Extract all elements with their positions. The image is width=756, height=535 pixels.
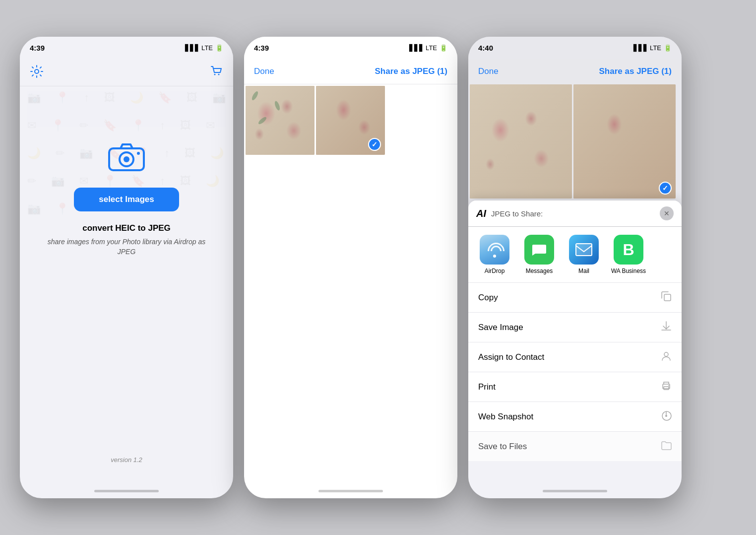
- home-indicator: [94, 490, 159, 492]
- app-messages[interactable]: Messages: [517, 235, 562, 274]
- action-assign-contact[interactable]: Assign to Contact: [468, 342, 682, 372]
- ai-icon: AI: [476, 208, 486, 219]
- home-indicator-3: [543, 490, 607, 492]
- status-icons-3: ▋▋▋ LTE 🔋: [633, 44, 672, 52]
- assign-contact-icon: [661, 350, 672, 364]
- time-3: 4:40: [478, 44, 493, 52]
- photo-picker-header-2: Done Share as JPEG (1): [244, 59, 457, 84]
- copy-label: Copy: [478, 293, 498, 303]
- svg-point-2: [218, 73, 220, 75]
- battery-icon-1: 🔋: [215, 44, 223, 52]
- photo-bg-1: [470, 84, 572, 199]
- copy-icon: [661, 291, 672, 304]
- main-content: select Images convert HEIC to JPEG share…: [20, 136, 233, 257]
- mail-icon: [569, 235, 599, 265]
- signal-icon-1: ▋▋▋ LTE: [185, 44, 213, 52]
- selected-check-2: [368, 138, 381, 151]
- home-indicator-2: [318, 490, 383, 492]
- action-save-files[interactable]: Save to Files: [468, 432, 682, 461]
- close-share-sheet-button[interactable]: ✕: [660, 206, 674, 220]
- settings-icon[interactable]: [30, 65, 44, 80]
- selected-check-3: [659, 182, 672, 195]
- select-images-button[interactable]: select Images: [74, 188, 179, 211]
- convert-title: convert HEIC to JPEG: [82, 223, 171, 233]
- screen2: 4:39 ▋▋▋ LTE 🔋 Done Share as JPEG (1): [244, 37, 457, 498]
- status-bar-2: 4:39 ▋▋▋ LTE 🔋: [244, 37, 457, 59]
- svg-point-5: [124, 156, 129, 162]
- svg-rect-7: [576, 244, 592, 256]
- save-image-label: Save Image: [478, 323, 523, 333]
- web-snapshot-label: Web Snapshot: [478, 412, 533, 422]
- share-jpeg-button-2[interactable]: Share as JPEG (1): [375, 67, 447, 76]
- svg-point-1: [214, 73, 216, 75]
- status-icons-1: ▋▋▋ LTE 🔋: [185, 44, 224, 52]
- done-button-3[interactable]: Done: [478, 67, 499, 76]
- web-snapshot-icon: [661, 410, 672, 423]
- photo-picker-header-3: Done Share as JPEG (1): [468, 59, 682, 84]
- save-image-icon: [661, 321, 672, 334]
- svg-point-6: [137, 152, 140, 155]
- print-label: Print: [478, 382, 496, 392]
- print-icon: [661, 380, 672, 394]
- status-bar-1: 4:39 ▋▋▋ LTE 🔋: [20, 37, 233, 59]
- action-web-snapshot[interactable]: Web Snapshot: [468, 402, 682, 432]
- status-icons-2: ▋▋▋ LTE 🔋: [409, 44, 448, 52]
- photo-thumb-2[interactable]: [316, 86, 385, 155]
- app-airdrop[interactable]: AirDrop: [472, 235, 517, 274]
- share-sheet-title: JPEG to Share:: [491, 209, 660, 218]
- cart-icon[interactable]: [209, 65, 223, 80]
- svg-point-10: [664, 352, 668, 356]
- camera-icon: [107, 136, 146, 178]
- status-bar-3: 4:40 ▋▋▋ LTE 🔋: [468, 37, 682, 59]
- wa-icon: B: [614, 235, 643, 265]
- airdrop-label: AirDrop: [485, 268, 505, 274]
- photo-thumb-1[interactable]: [246, 86, 315, 155]
- save-files-label: Save to Files: [478, 442, 527, 452]
- app-mail[interactable]: Mail: [562, 235, 606, 274]
- action-print[interactable]: Print: [468, 372, 682, 402]
- messages-label: Messages: [526, 268, 553, 274]
- time-1: 4:39: [30, 44, 45, 52]
- share-sheet-header: AI JPEG to Share: ✕: [468, 201, 682, 227]
- share-jpeg-button-3[interactable]: Share as JPEG (1): [599, 67, 672, 76]
- battery-icon-3: 🔋: [664, 44, 672, 52]
- version-label: version 1.2: [20, 456, 233, 464]
- app-wa-business[interactable]: B WA Business: [606, 235, 651, 274]
- screen1: 4:39 ▋▋▋ LTE 🔋 📷📍↑🖼🌙🔖 🖼📷✉📍✏🔖 📍↑: [20, 37, 233, 498]
- app-toolbar: [20, 59, 233, 86]
- photo-bg-2: [573, 84, 676, 199]
- wa-letter: B: [623, 241, 634, 259]
- svg-point-13: [668, 385, 669, 386]
- assign-contact-label: Assign to Contact: [478, 352, 544, 362]
- convert-subtitle: share images from your Photo library via…: [20, 237, 233, 257]
- wa-label: WA Business: [611, 268, 646, 274]
- signal-icon-2: ▋▋▋ LTE: [409, 44, 438, 52]
- battery-icon-2: 🔋: [440, 44, 447, 52]
- svg-rect-12: [664, 387, 669, 390]
- photo-grid-2: [244, 84, 457, 156]
- messages-icon: [524, 235, 554, 265]
- share-sheet: AI JPEG to Share: ✕ AirDrop M: [468, 201, 682, 498]
- action-copy[interactable]: Copy: [468, 283, 682, 313]
- svg-rect-9: [664, 294, 671, 301]
- action-save-image[interactable]: Save Image: [468, 313, 682, 342]
- signal-icon-3: ▋▋▋ LTE: [633, 44, 662, 52]
- save-files-icon: [661, 440, 672, 453]
- time-2: 4:39: [254, 44, 269, 52]
- share-apps-row: AirDrop Messages Mail: [468, 227, 682, 283]
- airdrop-rings-icon: [487, 242, 503, 258]
- done-button-2[interactable]: Done: [254, 67, 274, 76]
- screen3: 4:40 ▋▋▋ LTE 🔋 Done Share as JPEG (1) AI…: [468, 37, 682, 498]
- mail-label: Mail: [578, 268, 589, 274]
- svg-point-0: [35, 69, 39, 73]
- airdrop-icon: [480, 235, 509, 265]
